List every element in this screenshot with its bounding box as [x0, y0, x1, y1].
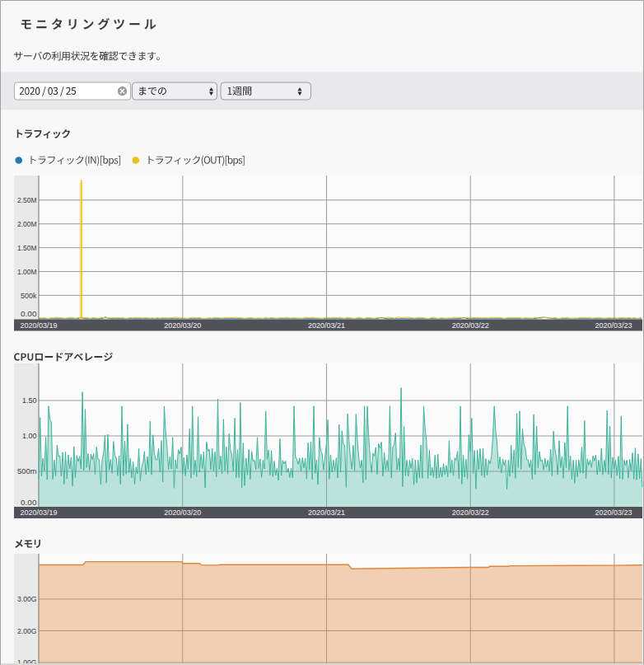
svg-text:0.00: 0.00	[21, 309, 37, 318]
svg-text:500k: 500k	[21, 291, 37, 300]
svg-text:0.00: 0.00	[21, 498, 37, 507]
svg-text:2.00M: 2.00M	[17, 219, 37, 228]
svg-text:1.00M: 1.00M	[17, 267, 37, 276]
svg-text:1.00: 1.00	[22, 431, 37, 440]
svg-text:2020/03/22: 2020/03/22	[452, 321, 489, 330]
svg-text:2020/03/21: 2020/03/21	[308, 508, 345, 517]
svg-text:2020/03/19: 2020/03/19	[21, 508, 58, 517]
svg-text:2020/03/19: 2020/03/19	[21, 321, 58, 330]
svg-text:2020/03/20: 2020/03/20	[164, 508, 201, 517]
svg-text:1.50M: 1.50M	[17, 243, 37, 252]
svg-text:3.00G: 3.00G	[17, 594, 37, 603]
svg-text:2.00G: 2.00G	[17, 626, 37, 635]
svg-text:2020/03/23: 2020/03/23	[595, 508, 632, 517]
svg-text:2020/03/20: 2020/03/20	[164, 321, 201, 330]
svg-text:2020/03/21: 2020/03/21	[308, 321, 345, 330]
svg-text:500m: 500m	[17, 466, 37, 475]
svg-text:1.50: 1.50	[22, 396, 37, 405]
svg-text:2020/03/22: 2020/03/22	[452, 508, 489, 517]
svg-text:2.50M: 2.50M	[17, 195, 37, 204]
svg-text:2020/03/23: 2020/03/23	[595, 321, 632, 330]
